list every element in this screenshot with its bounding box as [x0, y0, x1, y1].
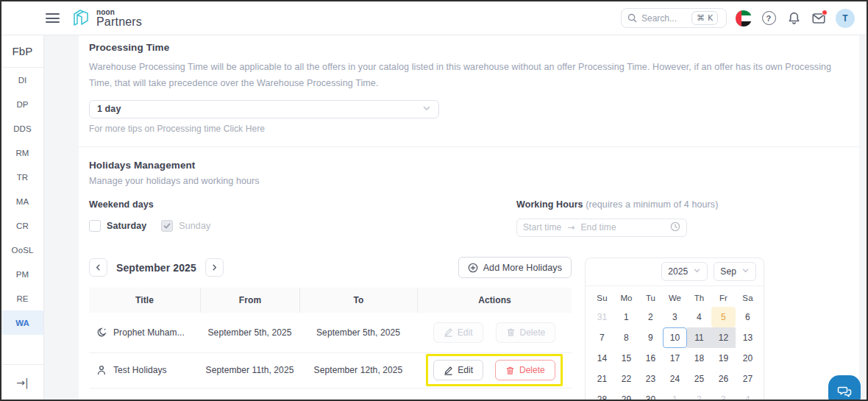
- uae-flag-icon[interactable]: [736, 10, 752, 26]
- holidays-table: TitleFromToActions Prophet Muham...Septe…: [89, 288, 572, 388]
- prev-month-button[interactable]: [89, 258, 107, 277]
- working-hours-label: Working Hours (requires a minimum of 4 h…: [516, 199, 718, 210]
- edit-button[interactable]: Edit: [433, 360, 483, 380]
- calendar-day-16[interactable]: 16: [638, 348, 663, 369]
- calendar-year-select[interactable]: 2025: [661, 262, 708, 281]
- calendar-day-29[interactable]: 29: [614, 389, 638, 401]
- sidebar-item-oosl[interactable]: OoSL: [1, 238, 43, 262]
- holiday-to-date: September 12th, 2025: [299, 365, 417, 375]
- calendar-day-24[interactable]: 24: [663, 369, 687, 389]
- calendar-month-select[interactable]: Sep: [714, 262, 756, 281]
- main-content-panel: Processing Time Warehouse Processing Tim…: [79, 35, 859, 401]
- checkbox-icon: [89, 220, 101, 232]
- weekday-header-tu: Tu: [638, 289, 663, 307]
- calendar-day-27[interactable]: 27: [736, 369, 760, 389]
- calendar-day-3[interactable]: 3: [663, 307, 687, 327]
- saturday-checkbox[interactable]: Saturday: [89, 220, 146, 232]
- weekday-header-sa: Sa: [736, 289, 760, 307]
- sidebar-item-re[interactable]: RE: [1, 286, 43, 310]
- edit-button: Edit: [433, 322, 483, 343]
- calendar-day-2[interactable]: 2: [638, 307, 663, 327]
- noon-logo-icon: [71, 8, 90, 29]
- logo-text-partners: Partners: [96, 16, 142, 28]
- person-icon: [96, 365, 107, 375]
- notifications-bell-icon[interactable]: [786, 10, 802, 26]
- sidebar-item-tr[interactable]: TR: [1, 165, 43, 189]
- click-here-link[interactable]: Click Here: [224, 124, 265, 134]
- sidebar-item-wa[interactable]: WA: [1, 310, 43, 335]
- checkbox-checked-icon: [161, 220, 173, 232]
- highlight-annotation-box: EditDelete: [426, 354, 562, 386]
- calendar-day-4[interactable]: 4: [687, 307, 711, 327]
- top-header: noon Partners ⌘K ?: [1, 1, 867, 35]
- hamburger-menu-icon[interactable]: [46, 11, 60, 26]
- calendar-day-11-range[interactable]: 11: [687, 327, 711, 348]
- calendar-day-19[interactable]: 19: [711, 348, 736, 369]
- calendar-day-1[interactable]: 1: [614, 307, 638, 327]
- trash-icon: [506, 327, 516, 337]
- messages-mail-icon[interactable]: [811, 10, 827, 26]
- working-hours-note: (requires a minimum of 4 hours): [586, 199, 718, 210]
- calendar-day-23[interactable]: 23: [638, 369, 663, 389]
- calendar-day-3-muted: 3: [711, 389, 736, 401]
- calendar-day-14[interactable]: 14: [590, 348, 614, 369]
- search-icon: [627, 13, 637, 23]
- sidebar-item-rm[interactable]: RM: [1, 141, 43, 165]
- working-hours-range-input[interactable]: Start time → End time: [516, 219, 687, 237]
- calendar-day-18[interactable]: 18: [687, 348, 711, 369]
- calendar-day-20[interactable]: 20: [736, 348, 760, 369]
- sidebar-collapse-button[interactable]: →|: [1, 364, 43, 400]
- next-month-button[interactable]: [205, 258, 224, 277]
- search-input-wrapper[interactable]: ⌘K: [621, 8, 727, 28]
- table-row: Test HolidaysSeptember 11th, 2025Septemb…: [89, 353, 572, 388]
- help-icon[interactable]: ?: [761, 10, 777, 26]
- pencil-icon: [444, 366, 453, 375]
- calendar-day-15[interactable]: 15: [614, 348, 638, 369]
- sidebar-section-fbp[interactable]: FbP: [1, 35, 43, 68]
- calendar-day-21[interactable]: 21: [590, 369, 614, 389]
- sidebar-item-di[interactable]: DI: [1, 68, 43, 92]
- calendar-day-7[interactable]: 7: [590, 327, 614, 348]
- holiday-title: Prophet Muham...: [113, 327, 185, 338]
- keyboard-shortcut-badge: ⌘K: [691, 11, 718, 25]
- calendar-day-22[interactable]: 22: [614, 369, 638, 389]
- crescent-moon-icon: [96, 327, 107, 338]
- chat-support-button[interactable]: [828, 375, 861, 401]
- add-more-holidays-button[interactable]: Add More Holidays: [458, 257, 572, 278]
- table-row: Prophet Muham...September 5th, 2025Septe…: [89, 313, 572, 353]
- del-button[interactable]: Delete: [495, 360, 555, 380]
- sidebar-item-pm[interactable]: PM: [1, 262, 43, 286]
- user-avatar[interactable]: T: [836, 9, 855, 28]
- calendar-day-12-range[interactable]: 12: [711, 327, 736, 348]
- calendar-day-30[interactable]: 30: [638, 389, 663, 401]
- holidays-table-body: Prophet Muham...September 5th, 2025Septe…: [89, 313, 572, 388]
- start-time-placeholder: Start time: [523, 222, 561, 233]
- calendar-day-26[interactable]: 26: [711, 369, 736, 389]
- sidebar-item-dds[interactable]: DDS: [1, 116, 43, 141]
- sidebar-item-cr[interactable]: CR: [1, 213, 43, 238]
- collapse-arrow-icon: →|: [16, 377, 29, 388]
- weekday-header-fr: Fr: [711, 289, 736, 307]
- chevron-down-icon: [693, 266, 701, 277]
- calendar-day-28[interactable]: 28: [590, 389, 614, 401]
- range-arrow-icon: →: [567, 222, 574, 233]
- processing-time-select[interactable]: 1 day: [89, 100, 439, 118]
- calendar-day-10-today[interactable]: 10: [663, 327, 687, 348]
- search-input[interactable]: [641, 13, 687, 24]
- clock-icon: [670, 221, 680, 234]
- pencil-icon: [444, 327, 453, 337]
- processing-time-helper: For more tips on Processing time Click H…: [89, 124, 849, 134]
- processing-time-value: 1 day: [97, 104, 121, 114]
- calendar-day-6[interactable]: 6: [736, 307, 760, 327]
- column-header-title: Title: [89, 288, 200, 313]
- calendar-day-13[interactable]: 13: [736, 327, 760, 348]
- calendar-day-9[interactable]: 9: [638, 327, 663, 348]
- holiday-from-date: September 5th, 2025: [200, 327, 299, 338]
- calendar-day-8[interactable]: 8: [614, 327, 638, 348]
- sidebar-item-ma[interactable]: MA: [1, 189, 43, 213]
- section-divider: [79, 146, 859, 147]
- calendar-day-5-holiday[interactable]: 5: [711, 307, 736, 327]
- calendar-day-17[interactable]: 17: [663, 348, 687, 369]
- sidebar-item-dp[interactable]: DP: [1, 92, 43, 116]
- calendar-day-25[interactable]: 25: [687, 369, 711, 389]
